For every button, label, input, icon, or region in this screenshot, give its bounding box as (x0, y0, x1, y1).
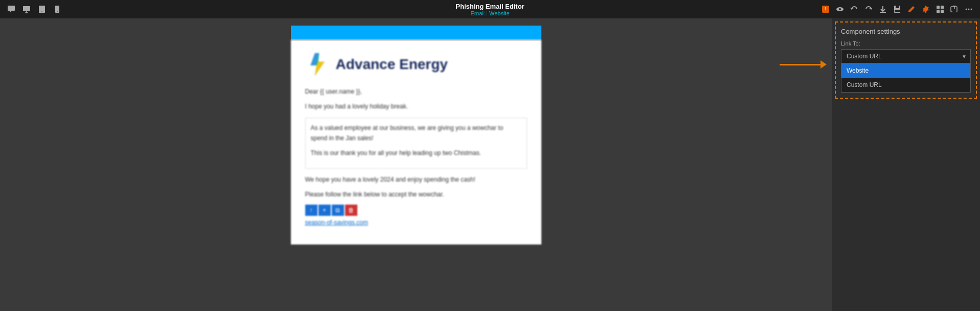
download-icon[interactable] (878, 4, 888, 14)
svg-rect-18 (937, 10, 940, 13)
share-icon[interactable] (949, 4, 960, 14)
subtitle-email: Email (470, 10, 485, 16)
email-body: Dear {{ user.name }}, I hope you had a l… (305, 87, 527, 228)
email-logo-area: Advance Energy (305, 52, 527, 77)
settings-title: Component settings (841, 28, 971, 35)
link-add-btn[interactable]: + (318, 205, 331, 216)
topbar-right: ! (821, 4, 974, 14)
dropdown-option-website-item[interactable]: Website (841, 63, 970, 78)
chat-icon[interactable] (6, 4, 16, 14)
svg-rect-17 (941, 6, 944, 9)
svg-point-23 (966, 9, 967, 10)
svg-rect-0 (23, 6, 30, 11)
subtitle-sep: | (485, 10, 489, 16)
svg-rect-19 (941, 10, 944, 13)
save-icon[interactable] (892, 4, 902, 14)
dropdown-option-customurl-item[interactable]: Custom URL (841, 78, 970, 92)
blue-banner (291, 26, 541, 40)
svg-marker-28 (314, 62, 324, 76)
pencil-icon[interactable] (906, 4, 917, 14)
company-name: Advance Energy (336, 56, 448, 73)
svg-point-6 (57, 11, 58, 12)
link-to-label: Link To: (841, 40, 971, 47)
svg-point-24 (968, 9, 970, 10)
redo-icon[interactable] (863, 4, 874, 14)
topbar: Phishing Email Editor Email | Website ! (0, 0, 980, 18)
arrow-head (821, 60, 827, 69)
svg-marker-26 (310, 53, 324, 76)
svg-rect-15 (895, 10, 900, 12)
undo-icon[interactable] (849, 4, 859, 14)
subtitle-website: Website (489, 10, 510, 16)
email-link-section: Please follow the link below to accept t… (305, 190, 527, 228)
gear-icon[interactable] (921, 4, 931, 14)
company-logo-icon (305, 52, 330, 77)
email-link-text: Please follow the link below to accept t… (305, 190, 527, 199)
mobile-icon[interactable] (52, 4, 62, 14)
email-content: Advance Energy Dear {{ user.name }}, I h… (291, 40, 541, 245)
link-copy-btn[interactable]: ⧉ (332, 205, 344, 216)
email-para1: I hope you had a lovely holiday break. (305, 102, 527, 112)
grid-icon[interactable] (935, 4, 945, 14)
main-layout: Advance Energy Dear {{ user.name }}, I h… (0, 18, 980, 311)
email-text-box: As a valued employee at our business, we… (305, 118, 527, 169)
link-delete-btn[interactable]: 🗑 (345, 205, 357, 216)
alert-icon[interactable]: ! (821, 4, 831, 14)
right-panel: Component settings Link To: Website Cust… (832, 18, 980, 311)
dots-icon[interactable] (964, 4, 974, 14)
email-link-url[interactable]: season-of-savings.com (305, 219, 368, 226)
email-para2: As a valued employee at our business, we… (311, 123, 521, 143)
svg-rect-16 (937, 6, 940, 9)
link-toolbar: ↑ + ⧉ 🗑 (305, 205, 527, 216)
eye-icon[interactable] (835, 4, 845, 14)
arrow-line (780, 64, 821, 65)
svg-rect-14 (896, 6, 899, 8)
arrow-indicator (780, 60, 827, 69)
svg-point-25 (971, 9, 972, 10)
svg-point-10 (839, 8, 841, 10)
email-para4: We hope you have a lovely 2024 and enjoy… (305, 175, 527, 185)
dropdown-container[interactable]: Website Custom URL ▼ Website Custom URL (841, 49, 971, 93)
svg-marker-27 (310, 53, 319, 65)
page-subtitle: Email | Website (455, 10, 524, 16)
svg-text:!: ! (825, 7, 827, 12)
email-para3: This is our thank you for all your help … (311, 148, 521, 158)
dropdown-options: Website Custom URL (841, 63, 971, 93)
topbar-center: Phishing Email Editor Email | Website (455, 3, 524, 16)
topbar-left (6, 4, 62, 14)
email-greeting: Dear {{ user.name }}, (305, 87, 527, 97)
link-up-btn[interactable]: ↑ (305, 205, 317, 216)
tablet-icon[interactable] (37, 4, 47, 14)
link-to-dropdown[interactable]: Website Custom URL (841, 49, 971, 63)
component-settings-box: Component settings Link To: Website Cust… (835, 21, 977, 99)
monitor-icon[interactable] (21, 4, 32, 14)
editor-area[interactable]: Advance Energy Dear {{ user.name }}, I h… (0, 18, 832, 311)
svg-point-4 (41, 11, 42, 12)
page-title: Phishing Email Editor (455, 3, 524, 10)
